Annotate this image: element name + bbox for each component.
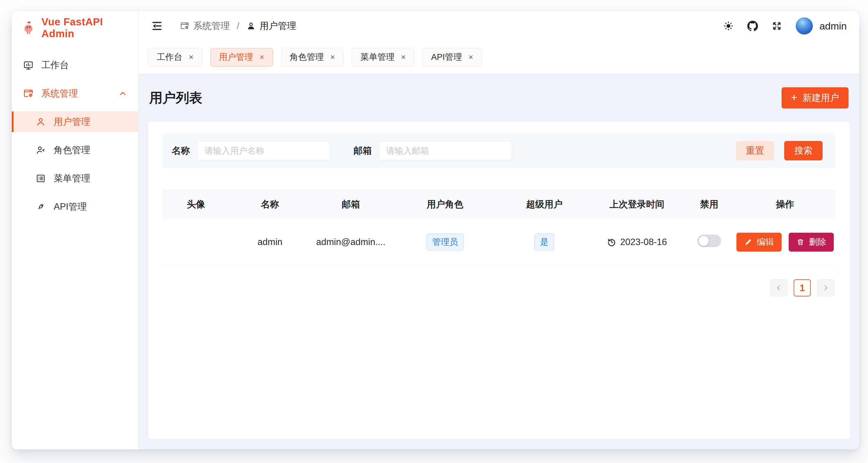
sidebar-menu: 工作台 系统管理 用户管 (12, 55, 138, 225)
user-icon (246, 21, 256, 31)
main-area: 系统管理 / 用户管理 (139, 11, 859, 450)
chevron-up-icon (118, 89, 127, 98)
tab-roles[interactable]: 角色管理 × (281, 48, 344, 66)
tab-workbench[interactable]: 工作台 × (148, 48, 202, 66)
username: admin (819, 20, 847, 32)
delete-button[interactable]: 删除 (788, 233, 834, 252)
sidebar-item-api[interactable]: API管理 (12, 196, 138, 217)
pagination-next-button[interactable]: › (817, 279, 834, 296)
superuser-tag: 是 (534, 234, 554, 250)
email-label: 邮箱 (353, 144, 372, 157)
chevron-left-icon: ‹ (777, 281, 780, 293)
content: 用户列表 + 新建用户 名称 邮箱 (139, 74, 859, 450)
close-icon[interactable]: × (401, 54, 406, 61)
pagination-page-1[interactable]: 1 (794, 279, 811, 296)
users-table: 头像 名称 邮箱 用户角色 超级用户 上次登录时间 禁用 操作 (162, 190, 836, 266)
sidebar-item-users[interactable]: 用户管理 (12, 111, 138, 132)
search-button[interactable]: 搜索 (784, 141, 823, 160)
plug-icon (35, 201, 46, 212)
user-role-icon (35, 145, 46, 156)
name-field-group: 名称 (172, 141, 331, 160)
col-avatar: 头像 (162, 190, 229, 219)
search-panel: 名称 邮箱 重置 搜索 (162, 133, 836, 168)
close-icon[interactable]: × (468, 54, 473, 61)
menu-list-icon (35, 173, 46, 184)
breadcrumb: 系统管理 / 用户管理 (180, 20, 296, 32)
pagination: ‹ 1 › (162, 279, 836, 296)
actions-cell: 编辑 (735, 219, 836, 266)
sidebar-item-label: 用户管理 (54, 115, 90, 128)
col-disabled: 禁用 (684, 190, 734, 219)
col-role: 用户角色 (391, 190, 499, 219)
app-title: Vue FastAPI Admin (41, 16, 128, 39)
table-row: admin admin@admin.... 管理员 是 (162, 219, 836, 266)
table-header-row: 头像 名称 邮箱 用户角色 超级用户 上次登录时间 禁用 操作 (162, 190, 836, 219)
tab-api[interactable]: API管理 × (423, 48, 482, 66)
disable-toggle[interactable] (698, 235, 721, 247)
sidebar-item-label: 工作台 (41, 59, 69, 71)
breadcrumb-current[interactable]: 用户管理 (246, 20, 296, 32)
breadcrumb-parent[interactable]: 系统管理 (180, 20, 230, 32)
sidebar-item-label: 系统管理 (41, 87, 78, 100)
user-list-card: 名称 邮箱 重置 搜索 (148, 122, 850, 439)
lastlogin-cell: 2023-08-16 (590, 219, 684, 266)
title-row: 用户列表 + 新建用户 (148, 86, 850, 108)
role-cell: 管理员 (391, 219, 499, 266)
col-lastlogin: 上次登录时间 (590, 190, 684, 219)
tab-menus[interactable]: 菜单管理 × (352, 48, 414, 66)
app-logo[interactable]: Vue FastAPI Admin (12, 12, 138, 43)
disabled-cell (684, 219, 734, 266)
name-cell: admin (229, 219, 310, 266)
sidebar-item-label: API管理 (54, 201, 87, 213)
github-icon[interactable] (747, 21, 758, 31)
close-icon[interactable]: × (331, 54, 335, 61)
sidebar-item-menus[interactable]: 菜单管理 (12, 168, 138, 189)
page-title: 用户列表 (149, 89, 203, 107)
edit-button[interactable]: 编辑 (736, 233, 781, 252)
fullscreen-icon[interactable] (772, 21, 782, 31)
close-icon[interactable]: × (260, 54, 265, 61)
theme-sun-icon[interactable] (723, 21, 734, 31)
name-input[interactable] (197, 141, 331, 160)
breadcrumb-separator: / (237, 21, 239, 31)
pencil-icon (744, 238, 752, 246)
col-name: 名称 (229, 190, 310, 219)
avatar (796, 18, 813, 34)
sidebar-item-roles[interactable]: 角色管理 (12, 140, 138, 160)
col-superuser: 超级用户 (499, 190, 590, 219)
window-gear-icon (23, 88, 34, 99)
search-actions: 重置 搜索 (736, 141, 826, 160)
tab-users[interactable]: 用户管理 × (210, 48, 273, 66)
tabs-bar: 工作台 × 用户管理 × 角色管理 × 菜单管理 × API管理 × (139, 41, 859, 74)
sidebar-item-workbench[interactable]: 工作台 (12, 55, 138, 75)
user-menu[interactable]: admin (796, 18, 847, 34)
topbar: 系统管理 / 用户管理 (139, 11, 859, 41)
window-gear-icon (180, 21, 189, 31)
role-tag: 管理员 (427, 234, 464, 250)
add-user-button[interactable]: + 新建用户 (781, 87, 848, 108)
email-input[interactable] (379, 141, 512, 160)
sidebar: Vue FastAPI Admin 工作台 系统管理 (12, 11, 139, 450)
col-actions: 操作 (735, 190, 836, 219)
close-icon[interactable]: × (189, 54, 193, 61)
reset-button[interactable]: 重置 (736, 141, 774, 160)
toggle-knob (699, 236, 709, 246)
avatar-cell (162, 219, 229, 266)
app-window: Vue FastAPI Admin 工作台 系统管理 (12, 11, 859, 450)
superuser-cell: 是 (499, 219, 590, 266)
trash-icon (796, 238, 805, 246)
monitor-icon (23, 60, 34, 70)
chevron-right-icon: › (824, 281, 828, 293)
col-email: 邮箱 (310, 190, 391, 219)
topbar-actions: admin (723, 18, 847, 34)
plus-icon: + (791, 92, 797, 103)
user-icon (35, 117, 46, 127)
pagination-prev-button[interactable]: ‹ (770, 279, 787, 296)
collapse-sidebar-icon[interactable] (151, 20, 163, 32)
name-label: 名称 (172, 144, 190, 157)
history-clock-icon (607, 237, 616, 247)
chick-logo-icon (22, 20, 36, 36)
sidebar-item-label: 菜单管理 (54, 172, 90, 185)
sidebar-item-label: 角色管理 (54, 144, 90, 156)
sidebar-item-system[interactable]: 系统管理 (12, 83, 138, 104)
